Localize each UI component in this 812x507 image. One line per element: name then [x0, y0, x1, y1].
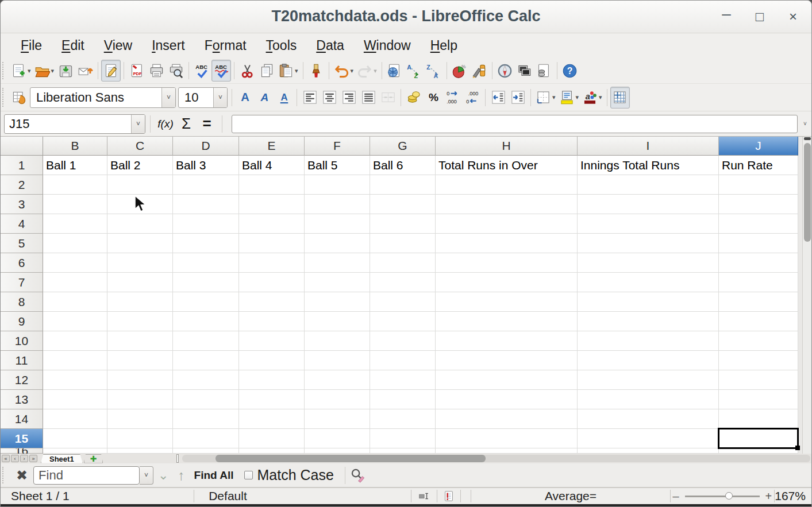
cell-H2[interactable] — [436, 175, 578, 195]
increase-indent-button[interactable] — [508, 87, 528, 109]
cell-B12[interactable] — [43, 370, 107, 390]
cell-B16[interactable] — [43, 448, 107, 454]
horizontal-scrollbar[interactable] — [182, 455, 810, 462]
cell-F9[interactable] — [305, 312, 370, 331]
cell-I2[interactable] — [578, 175, 719, 195]
borders-button[interactable]: ▾ — [534, 87, 557, 109]
cell-H16[interactable] — [436, 448, 578, 454]
row-header-8[interactable]: 8 — [1, 292, 43, 312]
cell-J12[interactable] — [719, 370, 798, 390]
cell-G10[interactable] — [370, 331, 436, 351]
match-case-checkbox[interactable] — [244, 471, 253, 479]
menu-item-insert[interactable]: Insert — [142, 37, 195, 55]
cell-J16[interactable] — [719, 448, 798, 454]
cell-F10[interactable] — [305, 331, 370, 351]
cell-D3[interactable] — [173, 195, 239, 214]
close-icon[interactable]: ✖ — [16, 467, 28, 483]
currency-button[interactable] — [404, 87, 424, 109]
cell-F16[interactable] — [305, 448, 370, 454]
cell-I5[interactable] — [578, 234, 719, 253]
cell-C10[interactable] — [107, 331, 173, 351]
cell-J4[interactable] — [719, 214, 798, 234]
undo-button[interactable]: ▾ — [332, 60, 356, 82]
function-wizard-button[interactable]: f(x) — [155, 114, 176, 134]
chevron-down-icon[interactable]: ˅ — [213, 88, 227, 107]
find-all-button[interactable]: Find All — [194, 469, 234, 482]
cell-B3[interactable] — [43, 195, 107, 214]
cell-B1[interactable]: Ball 1 — [43, 156, 107, 175]
column-header-E[interactable]: E — [239, 137, 305, 156]
navigator-button[interactable] — [495, 60, 515, 82]
cell-G16[interactable] — [370, 448, 436, 454]
cell-G8[interactable] — [370, 292, 436, 312]
previous-sheet-icon[interactable]: ‹ — [11, 455, 19, 462]
underline-button[interactable]: A — [274, 87, 294, 109]
cell-G15[interactable] — [370, 429, 436, 448]
cell-I9[interactable] — [578, 312, 719, 331]
cell-H7[interactable] — [436, 273, 578, 292]
insert-chart-button[interactable]: % — [450, 60, 470, 82]
cell-B15[interactable] — [43, 429, 107, 448]
cell-D7[interactable] — [173, 273, 239, 292]
cell-C13[interactable] — [107, 390, 173, 409]
chevron-down-icon[interactable]: ˅ — [140, 466, 153, 485]
cell-I10[interactable] — [578, 331, 719, 351]
cell-C8[interactable] — [107, 292, 173, 312]
cell-H6[interactable] — [436, 253, 578, 273]
title-bar[interactable]: T20matchdata.ods - LibreOffice Calc – □ … — [1, 1, 811, 33]
cell-G11[interactable] — [370, 351, 436, 370]
cell-D5[interactable] — [173, 234, 239, 253]
cell-G9[interactable] — [370, 312, 436, 331]
find-next-icon[interactable]: ⌄ — [158, 468, 168, 483]
cell-G5[interactable] — [370, 234, 436, 253]
row-header-12[interactable]: 12 — [1, 370, 43, 390]
align-justified-button[interactable] — [359, 87, 378, 109]
close-button[interactable]: × — [783, 6, 803, 27]
chevron-down-icon[interactable]: ˅ — [161, 88, 175, 107]
cell-C7[interactable] — [107, 273, 173, 292]
cell-I4[interactable] — [578, 214, 719, 234]
cell-B8[interactable] — [43, 292, 107, 312]
percent-button[interactable]: % — [424, 87, 443, 109]
copy-button[interactable] — [257, 60, 276, 82]
cell-H10[interactable] — [436, 331, 578, 351]
cell-F5[interactable] — [305, 234, 370, 253]
horizontal-scrollbar-thumb[interactable] — [215, 455, 486, 462]
font-size-select[interactable]: 10 ˅ — [178, 87, 228, 108]
cell-F14[interactable] — [305, 409, 370, 429]
font-name-select[interactable]: Liberation Sans ˅ — [30, 87, 176, 108]
cell-J7[interactable] — [719, 273, 798, 292]
first-sheet-icon[interactable]: « — [2, 455, 10, 462]
cell-D13[interactable] — [173, 390, 239, 409]
vertical-scrollbar[interactable] — [802, 137, 811, 454]
equals-button[interactable]: = — [197, 114, 217, 134]
insert-mode-button[interactable] — [411, 488, 437, 504]
new-document-button[interactable]: ▾ — [9, 60, 33, 82]
italic-button[interactable]: A — [255, 87, 274, 109]
toolbar-grip[interactable] — [2, 88, 7, 107]
cell-F12[interactable] — [305, 370, 370, 390]
cell-I11[interactable] — [578, 351, 719, 370]
menu-item-data[interactable]: Data — [306, 37, 354, 55]
row-header-15[interactable]: 15 — [1, 429, 43, 448]
cell-D4[interactable] — [173, 214, 239, 234]
cell-H9[interactable] — [436, 312, 578, 331]
cell-I12[interactable] — [578, 370, 719, 390]
row-header-3[interactable]: 3 — [1, 195, 43, 214]
name-box[interactable]: J15 ˅ — [4, 114, 145, 134]
hyperlink-button[interactable] — [385, 60, 405, 82]
row-header-13[interactable]: 13 — [1, 390, 43, 409]
align-center-button[interactable] — [320, 87, 339, 109]
cell-D1[interactable]: Ball 3 — [173, 156, 239, 175]
cell-F2[interactable] — [305, 175, 370, 195]
cell-J1[interactable]: Run Rate — [719, 156, 798, 175]
cell-H15[interactable] — [436, 429, 578, 448]
column-header-G[interactable]: G — [370, 137, 436, 156]
cell-G4[interactable] — [370, 214, 436, 234]
cell-I3[interactable] — [578, 195, 719, 214]
print-preview-button[interactable] — [166, 60, 186, 82]
cell-D2[interactable] — [173, 175, 239, 195]
cell-E1[interactable]: Ball 4 — [239, 156, 305, 175]
cell-C12[interactable] — [107, 370, 173, 390]
cell-F13[interactable] — [305, 390, 370, 409]
